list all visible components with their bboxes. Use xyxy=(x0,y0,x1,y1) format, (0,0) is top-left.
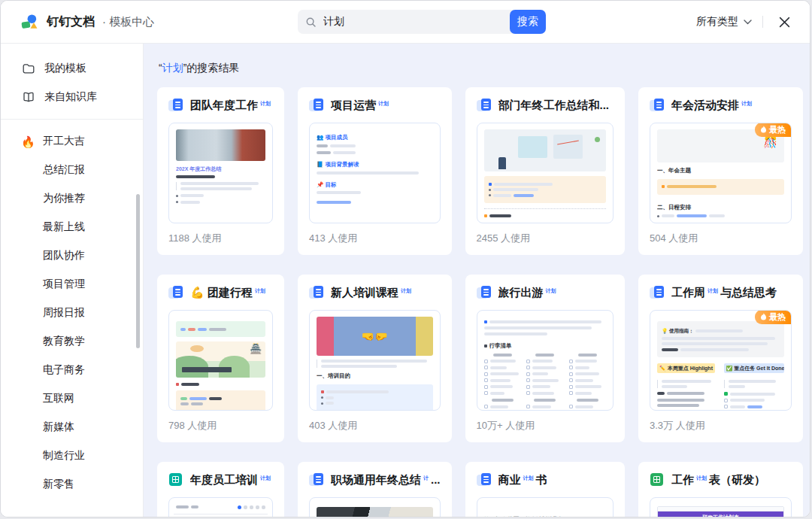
title-highlight: 计划 xyxy=(544,287,559,296)
sidebar-category-9[interactable]: 互联网 xyxy=(1,384,143,413)
presentation-illustration xyxy=(484,129,607,171)
preview-decor xyxy=(483,481,489,483)
sidebar-item-my-templates[interactable]: 我的模板 xyxy=(1,54,143,83)
sidebar-category-11[interactable]: 制造行业 xyxy=(1,442,143,470)
preview-row xyxy=(484,320,607,323)
template-preview: 💡 使用指南：✏️ 本周重点 Highlight✅ 重点任务 Get It Do… xyxy=(650,310,792,411)
usage-count: 2455 人使用 xyxy=(477,232,614,245)
checkbox xyxy=(569,366,573,369)
doc-icon xyxy=(650,285,665,300)
checkbox-checked xyxy=(724,392,728,396)
card-header: 职场通用年终总结计... xyxy=(309,472,441,488)
title-highlight: 计划 xyxy=(521,474,536,484)
sidebar-category-label: 教育教学 xyxy=(43,335,85,348)
template-preview xyxy=(477,123,614,223)
preview-line xyxy=(729,380,776,383)
type-filter-dropdown[interactable]: 所有类型 xyxy=(696,15,752,29)
sidebar-category-0[interactable]: 🔥开工大吉 xyxy=(1,127,143,156)
template-card[interactable]: 工作周计划与总结思考💡 使用指南：✏️ 本周重点 Highlight✅ 重点任务… xyxy=(638,275,803,442)
toolbar-icon xyxy=(262,505,265,509)
preview-line xyxy=(181,383,199,386)
template-card[interactable]: 部门年终工作总结和...2455 人使用 xyxy=(465,87,626,255)
preview-line xyxy=(180,328,186,331)
preview-line xyxy=(677,214,707,217)
preview-line xyxy=(575,405,594,408)
template-preview: 行李清单 xyxy=(477,310,614,411)
template-grid: 团队年度工作计划202X 年度工作总结1188 人使用项目运营计划👥 项目成员📘… xyxy=(157,87,796,517)
card-header: 团队年度工作计划 xyxy=(168,97,273,114)
search-button[interactable]: 搜索 xyxy=(510,10,546,34)
preview-heading: 一、培训目的 xyxy=(317,372,433,380)
sidebar-category-6[interactable]: 周报日报 xyxy=(1,299,143,327)
preview-line xyxy=(730,393,775,396)
sidebar-category-7[interactable]: 教育教学 xyxy=(1,327,143,356)
usage-count: 10万+ 人使用 xyxy=(477,419,614,432)
sidebar-category-2[interactable]: 为你推荐 xyxy=(1,184,143,213)
preview-line xyxy=(532,405,551,408)
sidebar-category-1[interactable]: 总结汇报 xyxy=(1,156,143,184)
template-card[interactable]: 年会活动安排计划🎊一、年会主题二、日程安排最热504 人使用 xyxy=(638,87,803,255)
preview-line xyxy=(490,392,505,395)
preview-decor xyxy=(169,473,182,486)
preview-decor xyxy=(656,289,662,290)
sidebar-category-3[interactable]: 最新上线 xyxy=(1,213,143,241)
sidebar-category-label: 总结汇报 xyxy=(43,163,85,177)
checkbox xyxy=(484,405,488,408)
toolbar-icon xyxy=(256,505,259,509)
template-card[interactable]: 团队年度工作计划202X 年度工作总结1188 人使用 xyxy=(157,87,284,255)
title-highlight: 计划 xyxy=(694,474,709,484)
sidebar-category-label: 互联网 xyxy=(43,392,74,405)
template-card[interactable]: 💪 团建行程计划🏯798 人使用 xyxy=(157,275,284,442)
sidebar-category-10[interactable]: 新媒体 xyxy=(1,413,143,442)
preview-row xyxy=(657,392,717,395)
toolbar-icon xyxy=(244,505,247,509)
sidebar-category-label: 项目管理 xyxy=(43,278,85,291)
header-actions: 所有类型 xyxy=(696,11,795,32)
template-card[interactable]: 项目运营计划👥 项目成员📘 项目背景解读📌 目标413 人使用 xyxy=(298,87,452,255)
close-button[interactable] xyxy=(774,11,795,32)
template-card[interactable]: 年度员工培训计划 xyxy=(157,462,284,517)
doc-icon xyxy=(309,285,324,300)
preview-decor xyxy=(314,286,323,298)
sidebar-scrollbar-thumb[interactable] xyxy=(136,194,140,348)
preview-decor xyxy=(526,405,564,408)
preview-line xyxy=(189,397,208,400)
template-card[interactable]: 工作计划表（研发）研发工作计划表 xyxy=(638,462,803,517)
preview-row xyxy=(176,383,265,386)
table-title: 研发工作计划表 xyxy=(658,511,783,517)
sidebar-category-8[interactable]: 电子商务 xyxy=(1,356,143,384)
sidebar-category-12[interactable]: 新零售 xyxy=(1,470,143,499)
preview-dot xyxy=(176,383,179,386)
preview-line xyxy=(534,399,556,402)
preview-line xyxy=(209,397,222,400)
preview-decor xyxy=(175,294,180,296)
preview-decor xyxy=(173,286,183,298)
sidebar-category-4[interactable]: 团队协作 xyxy=(1,241,143,270)
sidebar-category-5[interactable]: 项目管理 xyxy=(1,270,143,299)
title-highlight: 计划 xyxy=(739,99,754,109)
preview-line xyxy=(575,360,598,363)
packing-checklist xyxy=(484,352,607,411)
preview-decor xyxy=(483,292,489,293)
checkbox xyxy=(484,360,488,363)
doc-icon xyxy=(309,472,324,487)
template-card[interactable]: 新人培训课程计划🤜🤛一、培训目的403 人使用 xyxy=(298,275,452,442)
preview-callout xyxy=(484,176,607,203)
preview-decor xyxy=(654,99,664,111)
template-title: 💪 团建行程计划 xyxy=(190,286,268,300)
search-input[interactable] xyxy=(322,15,505,29)
preview-line xyxy=(326,396,334,399)
checkbox xyxy=(484,391,488,395)
preview-line xyxy=(490,366,507,369)
search-bar[interactable]: 搜索 xyxy=(298,10,546,34)
header: 钉钉文档 · 模板中心 搜索 所有类型 xyxy=(1,1,810,44)
template-card[interactable]: 职场通用年终总结计... xyxy=(298,462,452,517)
card-header: 💪 团建行程计划 xyxy=(168,284,273,301)
preview-decor xyxy=(498,157,506,169)
sidebar-item-from-knowledge-base[interactable]: 来自知识库 xyxy=(1,83,143,111)
fist-bump-photo: 🤜🤛 xyxy=(317,317,433,356)
template-card[interactable]: 商业计划书第一部分 摘要（整个计划的概括） xyxy=(465,462,626,517)
preview-line xyxy=(176,505,189,508)
preview-heading: 📘 项目背景解读 xyxy=(317,161,433,168)
template-card[interactable]: 旅行出游计划行李清单10万+ 人使用 xyxy=(465,275,626,442)
